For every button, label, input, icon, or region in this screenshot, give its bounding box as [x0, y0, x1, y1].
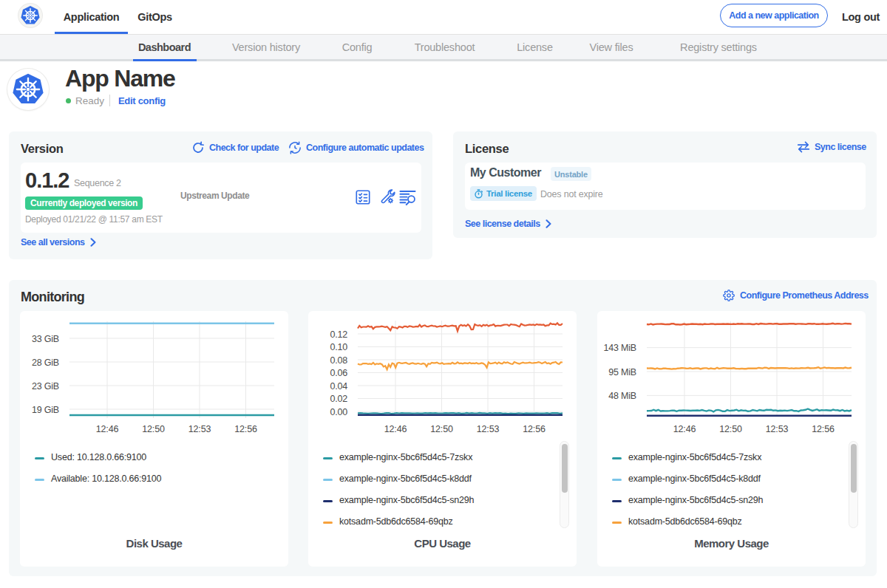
svg-text:12:56: 12:56 — [812, 424, 835, 434]
svg-text:0.12: 0.12 — [330, 329, 347, 340]
svg-text:12:50: 12:50 — [430, 424, 453, 434]
svg-text:0.06: 0.06 — [330, 368, 347, 378]
svg-text:12:50: 12:50 — [142, 424, 165, 434]
svg-text:19 GiB: 19 GiB — [32, 405, 59, 415]
svg-text:12:53: 12:53 — [477, 424, 500, 434]
svg-text:0.00: 0.00 — [330, 407, 347, 417]
svg-text:12:46: 12:46 — [96, 424, 119, 434]
svg-text:0.02: 0.02 — [330, 394, 347, 404]
svg-text:12:56: 12:56 — [523, 424, 546, 434]
svg-text:12:50: 12:50 — [719, 424, 742, 434]
svg-text:48 MiB: 48 MiB — [608, 391, 636, 401]
svg-text:12:53: 12:53 — [766, 424, 789, 434]
svg-text:0.04: 0.04 — [330, 381, 347, 392]
svg-text:0.10: 0.10 — [330, 342, 347, 352]
svg-text:23 GiB: 23 GiB — [32, 381, 59, 392]
svg-text:12:56: 12:56 — [234, 424, 257, 434]
svg-text:95 MiB: 95 MiB — [608, 367, 636, 377]
svg-text:143 MiB: 143 MiB — [604, 343, 636, 353]
svg-text:12:46: 12:46 — [384, 424, 407, 434]
svg-text:28 GiB: 28 GiB — [32, 358, 59, 368]
svg-text:33 GiB: 33 GiB — [32, 334, 59, 344]
svg-text:0.08: 0.08 — [330, 355, 347, 366]
svg-text:12:53: 12:53 — [188, 424, 211, 434]
svg-text:12:46: 12:46 — [673, 424, 696, 434]
